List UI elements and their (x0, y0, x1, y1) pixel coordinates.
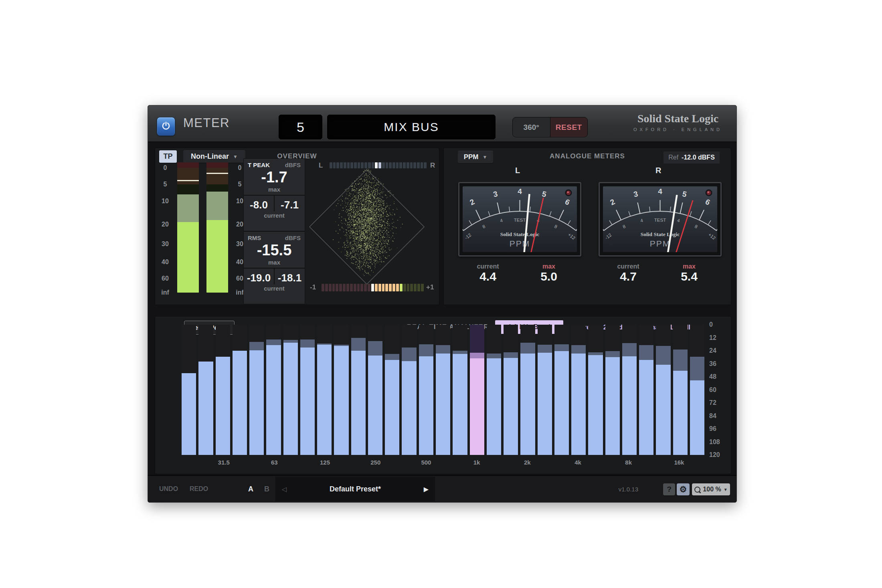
rta-band-63[interactable] (266, 325, 281, 455)
rta-band-20[interactable] (182, 325, 196, 455)
scale-mode-value: Non-Linear (191, 152, 229, 161)
rms-current-right: -18.1 (275, 269, 305, 284)
rta-peak-cap (690, 357, 704, 381)
analogue-panel: ANALOGUE METERS PPM ▼ Ref -12.0 dBFS L R… (443, 148, 731, 305)
rta-band-8k[interactable] (622, 325, 637, 455)
ssl-logo-text: Solid State Logic (628, 112, 728, 125)
left-channel-label: L (515, 166, 520, 175)
power-button[interactable] (157, 117, 175, 136)
analog-max-label: max (683, 263, 696, 270)
meter-scale-tick: 60 (158, 275, 173, 282)
balance-segment (378, 162, 381, 168)
balance-right-label: R (430, 162, 435, 170)
rta-peak-cap (249, 342, 264, 350)
rms-max-value: -15.5 (244, 241, 305, 259)
svg-text:PPM: PPM (650, 239, 671, 248)
analog-current-value: 4.7 (620, 270, 637, 283)
gear-icon: ⚙ (680, 485, 687, 494)
rta-band-315[interactable] (385, 325, 399, 455)
rta-peak-cap (266, 339, 281, 346)
rta-band-630[interactable] (436, 325, 450, 455)
rta-db-tick: 84 (709, 412, 725, 420)
correlation-segment (325, 284, 328, 291)
balance-segment (368, 162, 371, 168)
undo-button[interactable]: UNDO (159, 476, 178, 502)
arrow-left-icon[interactable]: ◁ (282, 485, 287, 493)
rta-band-4k[interactable] (571, 325, 586, 455)
correlation-segment (410, 284, 413, 291)
rta-band-31.5[interactable] (216, 325, 230, 455)
goniometer-display (307, 168, 426, 285)
arrow-right-icon[interactable]: ▶ (424, 485, 429, 493)
rta-freq-tick: 8k (615, 459, 643, 466)
rta-peak-cap (622, 343, 637, 356)
rta-peak-cap (402, 348, 416, 361)
ab-compare-a[interactable]: A (248, 476, 253, 502)
preset-name[interactable]: Default Preset* (330, 485, 381, 493)
rms-max-label: max (244, 259, 305, 269)
rta-band-12.5k[interactable] (656, 325, 670, 455)
rta-peak-cap (588, 352, 603, 355)
help-button[interactable]: ? (663, 483, 675, 495)
360-button[interactable]: 360° (513, 117, 550, 137)
rta-band-25[interactable] (198, 325, 213, 455)
balance-segment (382, 162, 385, 168)
settings-button[interactable]: ⚙ (677, 483, 690, 495)
rta-band-1.6k[interactable] (504, 325, 518, 455)
screenshot-canvas: METER 5 MIX BUS 360° RESET Solid State L… (0, 0, 882, 588)
rta-band-1k[interactable] (470, 325, 484, 455)
rta-band-40[interactable] (233, 325, 247, 455)
redo-button[interactable]: REDO (190, 476, 208, 502)
rta-band-160[interactable] (334, 325, 348, 455)
rta-band-6.3k[interactable] (605, 325, 620, 455)
correlation-segment (400, 284, 403, 291)
rta-band-3.15k[interactable] (554, 325, 569, 455)
rta-band-2.5k[interactable] (538, 325, 552, 455)
correlation-segment (332, 284, 335, 291)
instance-number-display[interactable]: 5 (279, 115, 322, 139)
balance-meter (330, 162, 427, 168)
rta-band-500[interactable] (419, 325, 433, 455)
rta-band-100[interactable] (300, 325, 315, 455)
rta-peak-cap (351, 338, 366, 351)
rta-band-800[interactable] (453, 325, 467, 455)
rta-band-16k[interactable] (673, 325, 688, 455)
rta-freq-tick: 2k (513, 459, 541, 466)
rta-band-1.25k[interactable] (487, 325, 501, 455)
rta-band-125[interactable] (317, 325, 332, 455)
rta-level-bar (233, 351, 247, 455)
reset-button[interactable]: RESET (550, 117, 588, 137)
correlation-segment (343, 284, 346, 291)
rta-band-80[interactable] (283, 325, 298, 455)
channel-name-display[interactable]: MIX BUS (327, 115, 496, 139)
rta-level-bar (402, 361, 416, 455)
analog-current-value: 4.4 (479, 270, 496, 283)
rta-band-5k[interactable] (588, 325, 603, 455)
correlation-segment (336, 284, 338, 291)
rta-freq-tick: 31.5 (210, 459, 238, 466)
rta-band-20k[interactable] (690, 325, 704, 455)
reference-level-control[interactable]: Ref -12.0 dBFS (664, 152, 720, 164)
level-meter-right (206, 162, 228, 293)
rta-band-2k[interactable] (520, 325, 535, 455)
rta-band-400[interactable] (402, 325, 416, 455)
rta-band-250[interactable] (368, 325, 382, 455)
rta-level-bar (436, 354, 450, 455)
rta-peak-cap (453, 351, 467, 354)
rta-db-tick: 60 (709, 386, 725, 394)
rta-band-50[interactable] (249, 325, 264, 455)
rta-level-bar (216, 357, 230, 455)
ab-compare-b[interactable]: B (264, 476, 269, 502)
rta-band-200[interactable] (351, 325, 366, 455)
rta-band-10k[interactable] (639, 325, 653, 455)
power-icon (161, 121, 171, 132)
rta-peak-cap (673, 350, 688, 371)
balance-segment (413, 162, 416, 168)
zoom-control[interactable]: 100 % ▼ (692, 483, 730, 495)
balance-segment (372, 162, 374, 168)
analogue-mode-dropdown[interactable]: PPM ▼ (458, 151, 493, 163)
correlation-segment (417, 284, 420, 291)
preset-selector: ◁ Default Preset* ▶ (275, 477, 435, 501)
correlation-segment (360, 284, 363, 291)
svg-text:4: 4 (518, 187, 522, 196)
